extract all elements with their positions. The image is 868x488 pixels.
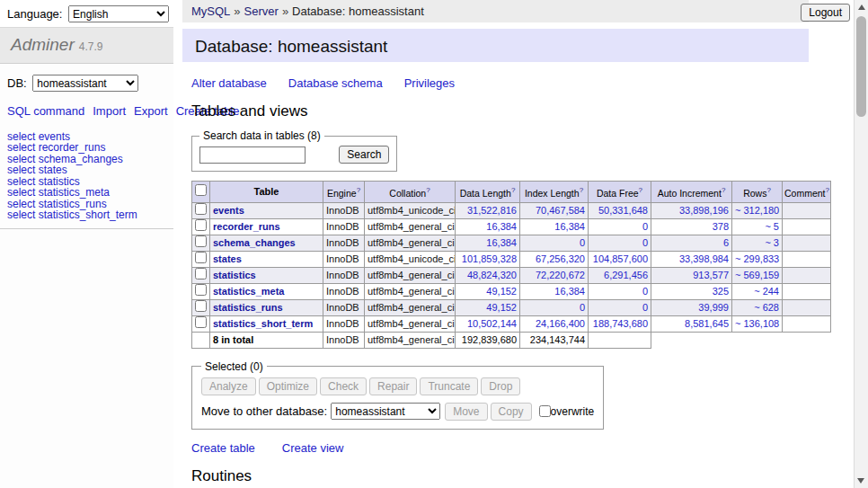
index-length-link[interactable]: 16,384 [554, 286, 585, 297]
rows-count-link[interactable]: ~ 628 [754, 302, 779, 313]
sidebar-item-select-recorder-runs[interactable]: select recorder_runs [7, 142, 166, 154]
create-table-link[interactable]: Create table [191, 441, 255, 455]
table-name-link[interactable]: statistics_short_term [213, 318, 313, 329]
auto-increment-link[interactable]: 33,898,196 [679, 205, 729, 216]
data-length-link[interactable]: 31,522,816 [467, 205, 517, 216]
data-free-link[interactable]: 0 [642, 302, 648, 313]
alter-database-link[interactable]: Alter database [191, 76, 267, 90]
table-name-link[interactable]: schema_changes [213, 237, 296, 248]
help-icon[interactable]: ? [766, 186, 770, 194]
adminer-logo-link[interactable]: Adminer [11, 35, 75, 54]
index-length-link[interactable]: 67,256,320 [536, 253, 585, 264]
search-input[interactable] [199, 146, 306, 164]
help-icon[interactable]: ? [426, 186, 430, 194]
optimize-button[interactable]: Optimize [259, 377, 317, 395]
row-checkbox[interactable] [195, 203, 207, 215]
total-collation-cell: utf8mb4_general_ci [365, 332, 456, 348]
database-schema-link[interactable]: Database schema [288, 76, 383, 90]
rows-count-link[interactable]: ~ 569,159 [735, 270, 779, 280]
language-select[interactable]: English [68, 5, 169, 22]
help-icon[interactable]: ? [639, 186, 642, 194]
rows-count-link[interactable]: ~ 299,833 [735, 253, 779, 264]
help-icon[interactable]: ? [826, 186, 829, 194]
index-length-link[interactable]: 16,384 [554, 221, 585, 232]
repair-button[interactable]: Repair [369, 377, 417, 395]
auto-increment-link[interactable]: 8,581,645 [685, 318, 729, 329]
sidebar-item-select-statistics-short-term[interactable]: select statistics_short_term [7, 209, 166, 221]
data-length-link[interactable]: 16,384 [486, 221, 517, 232]
scrollbar-thumb[interactable] [856, 16, 866, 117]
table-name-link[interactable]: statistics_runs [213, 302, 283, 313]
index-length-link[interactable]: 72,220,672 [536, 270, 585, 280]
index-length-link[interactable]: 24,166,400 [536, 318, 585, 329]
help-icon[interactable]: ? [722, 186, 725, 194]
privileges-link[interactable]: Privileges [404, 76, 455, 90]
row-checkbox[interactable] [195, 235, 207, 247]
breadcrumb-server-link[interactable]: Server [244, 4, 279, 18]
create-view-link[interactable]: Create view [282, 441, 344, 455]
index-length-link[interactable]: 0 [580, 237, 585, 248]
breadcrumb-mysql-link[interactable]: MySQL [191, 4, 230, 18]
data-length-link[interactable]: 48,824,320 [467, 270, 517, 280]
table-name-link[interactable]: events [213, 205, 244, 216]
table-name-link[interactable]: recorder_runs [213, 221, 280, 232]
analyze-button[interactable]: Analyze [201, 377, 256, 395]
row-checkbox[interactable] [195, 268, 207, 279]
sidebar-item-select-statistics-meta[interactable]: select statistics_meta [7, 187, 166, 199]
rows-count-link[interactable]: ~ 244 [754, 286, 779, 297]
table-name-link[interactable]: statistics_meta [213, 286, 285, 297]
sidebar-link-export[interactable]: Export [134, 104, 168, 118]
row-checkbox[interactable] [195, 219, 207, 231]
select-all-checkbox[interactable] [195, 184, 207, 196]
drop-button[interactable]: Drop [481, 377, 520, 395]
data-length-link[interactable]: 10,502,144 [467, 318, 517, 329]
sidebar-item-select-states[interactable]: select states [7, 164, 166, 176]
truncate-button[interactable]: Truncate [420, 377, 478, 395]
auto-increment-link[interactable]: 39,999 [698, 302, 729, 313]
data-length-link[interactable]: 49,152 [486, 302, 517, 313]
data-length-link[interactable]: 16,384 [486, 237, 517, 248]
data-length-link[interactable]: 101,859,328 [462, 253, 517, 264]
db-select[interactable]: homeassistant [32, 75, 138, 92]
index-length-link[interactable]: 70,467,584 [536, 205, 585, 216]
row-checkbox[interactable] [195, 252, 207, 263]
rows-count-link[interactable]: ~ 3 [765, 237, 779, 248]
move-db-select[interactable]: homeassistant [331, 403, 440, 420]
overwrite-checkbox[interactable] [539, 405, 551, 417]
scroll-up-icon[interactable] [858, 4, 865, 10]
data-free-link[interactable]: 0 [642, 286, 648, 297]
help-icon[interactable]: ? [580, 186, 583, 194]
check-button[interactable]: Check [320, 377, 367, 395]
logout-button[interactable]: Logout [801, 4, 850, 22]
auto-increment-link[interactable]: 378 [713, 221, 729, 232]
auto-increment-link[interactable]: 913,577 [693, 270, 729, 280]
search-button[interactable]: Search [339, 146, 389, 164]
row-checkbox[interactable] [195, 300, 207, 312]
data-free-link[interactable]: 188,743,680 [593, 318, 648, 329]
index-length-link[interactable]: 0 [580, 302, 585, 313]
move-button[interactable]: Move [445, 403, 487, 421]
auto-increment-link[interactable]: 325 [713, 286, 729, 297]
rows-count-link[interactable]: ~ 5 [765, 221, 779, 232]
sidebar-link-sql-command[interactable]: SQL command [7, 104, 84, 118]
vertical-scrollbar[interactable] [854, 0, 868, 488]
help-icon[interactable]: ? [357, 186, 360, 194]
copy-button[interactable]: Copy [491, 403, 532, 421]
data-free-link[interactable]: 6,291,456 [604, 270, 648, 280]
row-checkbox[interactable] [195, 316, 207, 328]
data-free-link[interactable]: 0 [642, 237, 648, 248]
data-free-link[interactable]: 50,331,648 [598, 205, 648, 216]
row-checkbox[interactable] [195, 284, 207, 296]
table-name-link[interactable]: states [213, 253, 242, 264]
table-name-link[interactable]: statistics [213, 270, 256, 280]
scroll-down-icon[interactable] [857, 478, 864, 484]
help-icon[interactable]: ? [511, 186, 515, 194]
rows-count-link[interactable]: ~ 312,180 [735, 205, 779, 216]
data-free-link[interactable]: 104,857,600 [593, 253, 648, 264]
rows-count-link[interactable]: ~ 136,108 [735, 318, 779, 329]
auto-increment-link[interactable]: 33,398,984 [679, 253, 729, 264]
data-length-link[interactable]: 49,152 [486, 286, 517, 297]
sidebar-link-import[interactable]: Import [93, 104, 126, 118]
auto-increment-link[interactable]: 6 [723, 237, 729, 248]
data-free-link[interactable]: 0 [642, 221, 648, 232]
